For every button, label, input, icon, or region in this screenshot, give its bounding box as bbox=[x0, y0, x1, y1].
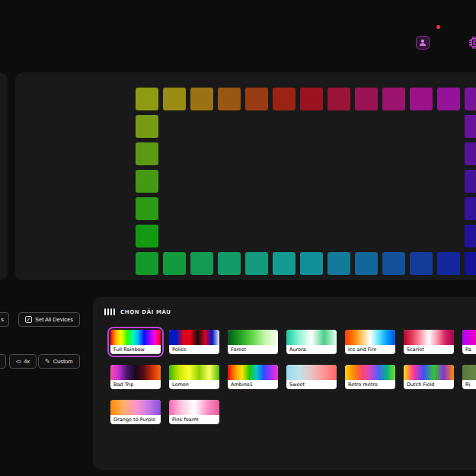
cut-button-label: s bbox=[1, 316, 4, 323]
palette-gradient bbox=[110, 400, 161, 415]
palette-card-ri[interactable]: Ri bbox=[462, 365, 476, 389]
palette-card-bad-trip[interactable]: Bad Trip bbox=[110, 365, 161, 389]
palette-card-retro-metro[interactable]: Retro metro bbox=[345, 365, 395, 389]
led-cell bbox=[465, 142, 476, 165]
led-cell bbox=[136, 142, 158, 165]
palette-gradient bbox=[462, 330, 476, 345]
scale-label: 4x bbox=[24, 358, 30, 365]
palette-panel: CHỌN DẢI MÀU Full RainbowPoliceForestAur… bbox=[93, 297, 476, 470]
led-cell bbox=[163, 88, 186, 110]
palette-label: Ri bbox=[462, 380, 476, 389]
palette-card-ambino1[interactable]: Ambino1 bbox=[228, 365, 278, 389]
led-cell bbox=[355, 252, 378, 275]
palette-bars-icon bbox=[104, 308, 115, 315]
palette-card-lemon[interactable]: Lemon bbox=[169, 365, 219, 389]
cut-button-left-2[interactable] bbox=[0, 354, 6, 369]
palette-grid: Full RainbowPoliceForestAuroraIce and Fi… bbox=[110, 330, 476, 424]
palette-label: Dutch Field bbox=[404, 380, 454, 389]
palette-gradient bbox=[286, 330, 337, 345]
palette-label: Pink foarm bbox=[169, 415, 219, 424]
palette-gradient bbox=[404, 365, 454, 380]
palette-card-scarlet[interactable]: Scarlet bbox=[404, 330, 454, 354]
palette-gradient bbox=[169, 400, 219, 415]
palette-label: Bad Trip bbox=[110, 380, 161, 389]
led-cell bbox=[190, 88, 213, 110]
led-cell bbox=[136, 252, 158, 275]
palette-card-ice-and-fire[interactable]: Ice and Fire bbox=[345, 330, 395, 354]
palette-label: Pa bbox=[462, 345, 476, 354]
palette-label: Scarlet bbox=[404, 345, 454, 354]
palette-gradient bbox=[110, 330, 161, 345]
custom-button[interactable]: ✎ Custom bbox=[38, 354, 80, 369]
palette-gradient bbox=[404, 330, 454, 345]
notification-dot bbox=[436, 25, 440, 29]
palette-card-pink-foarm[interactable]: Pink foarm bbox=[169, 400, 219, 424]
led-cell bbox=[136, 170, 158, 193]
set-all-devices-label: Set All Devices bbox=[35, 316, 73, 323]
palette-card-pa[interactable]: Pa bbox=[462, 330, 476, 354]
palette-card-orange-to-purple[interactable]: Orange to Purple bbox=[110, 400, 161, 424]
led-cell bbox=[465, 88, 476, 110]
user-icon[interactable] bbox=[416, 36, 430, 50]
led-cell bbox=[163, 252, 186, 275]
led-cell bbox=[136, 115, 158, 138]
palette-title: CHỌN DẢI MÀU bbox=[120, 309, 171, 315]
palette-gradient bbox=[286, 365, 337, 380]
led-cell bbox=[327, 252, 350, 275]
led-cell bbox=[327, 88, 350, 110]
led-cell bbox=[273, 88, 296, 110]
expand-icon: <> bbox=[16, 359, 21, 364]
palette-card-sweet[interactable]: Sweet bbox=[286, 365, 337, 389]
led-cell bbox=[465, 115, 476, 138]
palette-label: Ice and Fire bbox=[345, 345, 395, 354]
led-cell bbox=[245, 252, 268, 275]
chip-glyph bbox=[468, 36, 476, 50]
user-glyph bbox=[418, 38, 427, 47]
led-cell bbox=[300, 88, 323, 110]
palette-card-dutch-field[interactable]: Dutch Field bbox=[404, 365, 454, 389]
led-cell bbox=[273, 252, 296, 275]
palette-card-full-rainbow[interactable]: Full Rainbow bbox=[110, 330, 161, 354]
led-preview-panel bbox=[15, 72, 476, 280]
palette-gradient bbox=[462, 365, 476, 380]
pencil-icon: ✎ bbox=[45, 358, 50, 365]
palette-gradient bbox=[228, 365, 278, 380]
chip-icon[interactable] bbox=[468, 36, 476, 50]
led-cell bbox=[190, 252, 213, 275]
palette-label: Forest bbox=[228, 345, 278, 354]
palette-header: CHỌN DẢI MÀU bbox=[104, 308, 171, 315]
palette-card-forest[interactable]: Forest bbox=[228, 330, 278, 354]
led-cell bbox=[245, 88, 268, 110]
palette-label: Full Rainbow bbox=[110, 345, 161, 354]
led-cell bbox=[218, 88, 241, 110]
palette-label: Lemon bbox=[169, 380, 219, 389]
led-cell bbox=[437, 88, 460, 110]
led-matrix bbox=[136, 88, 476, 275]
device-panel-previous[interactable] bbox=[0, 72, 8, 280]
led-cell bbox=[136, 225, 158, 248]
led-cell bbox=[465, 252, 476, 275]
set-all-devices-button[interactable]: ✓ Set All Devices bbox=[18, 312, 80, 327]
palette-label: Retro metro bbox=[345, 380, 395, 389]
led-cell bbox=[437, 252, 460, 275]
led-cell bbox=[465, 170, 476, 193]
scale-button[interactable]: <> 4x bbox=[9, 354, 37, 369]
palette-gradient bbox=[345, 330, 395, 345]
led-cell bbox=[382, 252, 405, 275]
palette-gradient bbox=[169, 330, 219, 345]
led-cell bbox=[136, 197, 158, 220]
cut-button-left[interactable]: s bbox=[0, 312, 9, 327]
palette-gradient bbox=[169, 365, 219, 380]
palette-gradient bbox=[110, 365, 161, 380]
palette-label: Police bbox=[169, 345, 219, 354]
led-cell bbox=[355, 88, 378, 110]
led-cell bbox=[218, 252, 241, 275]
palette-label: Aurora bbox=[286, 345, 337, 354]
led-cell bbox=[382, 88, 405, 110]
palette-card-aurora[interactable]: Aurora bbox=[286, 330, 337, 354]
led-cell bbox=[465, 225, 476, 248]
led-cell bbox=[465, 197, 476, 220]
checkbox-check-icon: ✓ bbox=[25, 316, 32, 323]
palette-card-police[interactable]: Police bbox=[169, 330, 219, 354]
palette-label: Ambino1 bbox=[228, 380, 278, 389]
